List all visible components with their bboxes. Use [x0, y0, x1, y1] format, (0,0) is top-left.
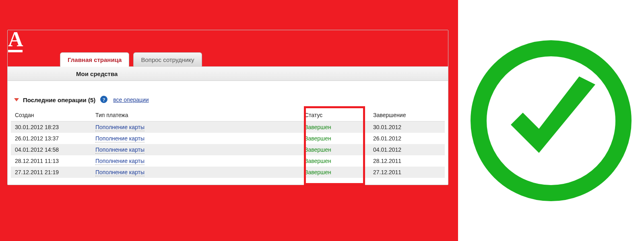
checkmark-icon: [471, 40, 632, 201]
cell-status: Завершен: [301, 133, 369, 144]
tab-label: Вопрос сотруднику: [141, 56, 194, 63]
cell-status: Завершен: [301, 155, 369, 167]
cell-created: 30.01.2012 18:23: [11, 122, 91, 133]
help-icon[interactable]: ?: [100, 96, 107, 103]
tab-main-page[interactable]: Главная страница: [60, 52, 129, 67]
table-row: 26.01.2012 13:37Пополнение картыЗавершен…: [11, 133, 445, 144]
status-badge: Завершен: [305, 158, 331, 164]
bank-logo: A: [8, 30, 35, 53]
operations-table: Создан Тип платежа Статус Завершение 30.…: [11, 109, 445, 178]
cell-end: 30.01.2012: [369, 122, 445, 133]
col-created: Создан: [11, 109, 91, 122]
cell-status: Завершен: [301, 122, 369, 133]
tab-bar: Главная страница Вопрос сотруднику: [60, 52, 202, 67]
all-operations-link[interactable]: все операции: [113, 97, 149, 103]
cell-type: Пополнение карты: [91, 155, 301, 167]
col-end: Завершение: [369, 109, 445, 122]
col-type: Тип платежа: [91, 109, 301, 122]
cell-created: 27.12.2011 21:19: [11, 167, 91, 178]
section-title: Мои средства: [76, 70, 118, 77]
cell-type: Пополнение карты: [91, 144, 301, 155]
cell-end: 04.01.2012: [369, 144, 445, 155]
cell-created: 04.01.2012 14:58: [11, 144, 91, 155]
app-window: Главная страница Вопрос сотруднику Мои с…: [7, 30, 448, 185]
collapse-icon[interactable]: [14, 98, 19, 101]
payment-type-link[interactable]: Пополнение карты: [95, 146, 144, 154]
col-status: Статус: [301, 109, 369, 122]
status-badge: Завершен: [305, 135, 331, 142]
cell-type: Пополнение карты: [91, 167, 301, 178]
cell-created: 26.01.2012 13:37: [11, 133, 91, 144]
operations-heading: Последние операции (5): [23, 97, 95, 103]
table-row: 30.01.2012 18:23Пополнение картыЗавершен…: [11, 122, 445, 133]
status-badge: Завершен: [305, 169, 331, 175]
cell-type: Пополнение карты: [91, 133, 301, 144]
cell-end: 28.12.2011: [369, 155, 445, 167]
table-row: 27.12.2011 21:19Пополнение картыЗавершен…: [11, 167, 445, 178]
section-bar: Мои средства: [8, 66, 448, 81]
payment-type-link[interactable]: Пополнение карты: [95, 135, 144, 142]
cell-type: Пополнение карты: [91, 122, 301, 133]
cell-status: Завершен: [301, 167, 369, 178]
table-row: 28.12.2011 11:13Пополнение картыЗавершен…: [11, 155, 445, 167]
cell-end: 26.01.2012: [369, 133, 445, 144]
tab-ask-employee[interactable]: Вопрос сотруднику: [133, 52, 202, 67]
payment-type-link[interactable]: Пополнение карты: [95, 169, 144, 176]
status-badge: Завершен: [305, 146, 331, 153]
cell-status: Завершен: [301, 144, 369, 155]
cell-end: 27.12.2011: [369, 167, 445, 178]
screenshot-panel: A Главная страница Вопрос сотруднику Мои…: [0, 0, 458, 241]
tab-label: Главная страница: [68, 56, 122, 63]
logo-letter: A: [8, 30, 35, 49]
table-row: 04.01.2012 14:58Пополнение картыЗавершен…: [11, 144, 445, 155]
annotation-panel: [458, 0, 644, 241]
payment-type-link[interactable]: Пополнение карты: [95, 124, 144, 131]
status-badge: Завершен: [305, 124, 331, 130]
table-header-row: Создан Тип платежа Статус Завершение: [11, 109, 445, 122]
operations-header: Последние операции (5) ? все операции: [11, 93, 445, 107]
payment-type-link[interactable]: Пополнение карты: [95, 158, 144, 165]
cell-created: 28.12.2011 11:13: [11, 155, 91, 167]
